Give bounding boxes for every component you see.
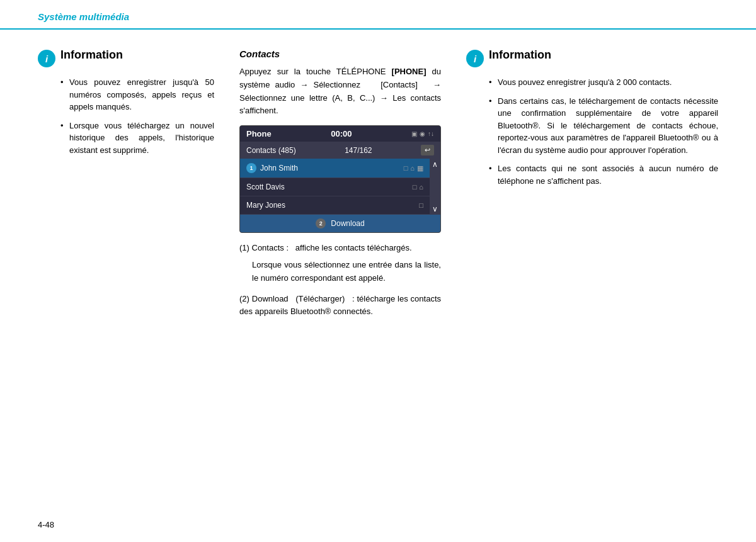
list-item: Vous pouvez enregistrer jusqu'à 50 numér…: [60, 76, 214, 113]
phone-contacts-area: 1 John Smith □ ⌂ ▦ Scott Davis: [240, 159, 440, 215]
phone-contacts-list: 1 John Smith □ ⌂ ▦ Scott Davis: [240, 159, 430, 215]
list-item-1: (1) Contacts : affiche les contacts télé…: [239, 242, 441, 285]
item-2-label: (2) Download (Télécharger) : télécharge …: [239, 294, 441, 317]
list-item-2: (2) Download (Télécharger) : télécharge …: [239, 293, 441, 319]
contact-name-1: 1 John Smith: [246, 163, 298, 173]
scroll-controls: ∧ ∨: [430, 159, 440, 215]
contact-name-2: Scott Davis: [246, 183, 285, 191]
contact-icons-3: □: [419, 201, 423, 209]
home-icon: ⌂: [410, 164, 415, 172]
contact-number-badge: 1: [246, 163, 256, 173]
page-number: 4-48: [38, 520, 54, 529]
contacts-label: Contacts (485): [246, 146, 296, 155]
list-item: Dans certains cas, le téléchargement de …: [489, 95, 718, 157]
contacts-description: Appuyez sur la touche TÉLÉPHONE [PHONE] …: [239, 65, 441, 118]
download-number-badge: 2: [316, 218, 326, 229]
left-info-icon: i: [38, 50, 55, 67]
contacts-count: 147/162: [345, 146, 372, 155]
page-footer: 4-48: [38, 520, 54, 529]
list-item: Vous pouvez enregistrer jusqu'à 2 000 co…: [489, 76, 718, 89]
phone-ui: Phone 00:00 ▣ ◉ ↑↓ Contacts (485) 147/16…: [239, 125, 441, 233]
left-info-box: i Information: [38, 48, 214, 67]
right-column: i Information Vous pouvez enregistrer ju…: [466, 48, 718, 326]
back-button[interactable]: ↩: [421, 145, 434, 155]
left-column: i Information Vous pouvez enregistrer ju…: [38, 48, 214, 326]
phone-download-bar: 2 Download: [240, 215, 440, 232]
phone-status-icons: ▣ ◉ ↑↓: [411, 130, 434, 137]
scroll-up-icon[interactable]: ∧: [432, 160, 438, 169]
contact-name-3: Mary Jones: [246, 201, 285, 210]
left-info-title: Information: [60, 48, 123, 62]
phone-label: Phone: [246, 129, 272, 138]
contacts-title: Contacts: [239, 48, 441, 59]
home-icon: ⌂: [419, 183, 423, 191]
item-1-subtext: Lorsque vous sélectionnez une entrée dan…: [252, 259, 441, 285]
scroll-down-icon[interactable]: ∨: [432, 205, 438, 213]
network-icon: ↑↓: [428, 130, 434, 137]
page-header: Système multimédia: [0, 0, 756, 30]
main-content: i Information Vous pouvez enregistrer ju…: [0, 48, 756, 326]
phone-header-bar: Phone 00:00 ▣ ◉ ↑↓: [240, 126, 440, 142]
contacts-explanations: (1) Contacts : affiche les contacts télé…: [239, 242, 441, 319]
left-info-list: Vous pouvez enregistrer jusqu'à 50 numér…: [60, 76, 214, 156]
signal-icon: ◉: [420, 130, 425, 137]
phone-contacts-bar: Contacts (485) 147/162 ↩: [240, 142, 440, 159]
contact-icons-2: □ ⌂: [413, 183, 423, 191]
page-title: Système multimédia: [38, 11, 129, 22]
right-info-list: Vous pouvez enregistrer jusqu'à 2 000 co…: [489, 76, 718, 187]
download-label: Download: [331, 219, 364, 228]
right-info-icon: i: [466, 50, 484, 67]
middle-column: Contacts Appuyez sur la touche TÉLÉPHONE…: [239, 48, 441, 326]
list-item: Lorsque vous téléchargez un nouvel histo…: [60, 120, 214, 157]
right-info-box: i Information: [466, 48, 718, 67]
phone-icon: □: [413, 183, 417, 191]
phone-icon: □: [419, 201, 423, 209]
phone-time: 00:00: [331, 129, 352, 138]
contact-row-1[interactable]: 1 John Smith □ ⌂ ▦: [240, 159, 430, 178]
contact-icons-1: □ ⌂ ▦: [404, 164, 423, 172]
office-icon: ▦: [417, 164, 423, 172]
phone-icon: □: [404, 164, 408, 172]
item-1-label: (1) Contacts : affiche les contacts télé…: [239, 243, 412, 252]
contact-row-3[interactable]: Mary Jones □: [240, 196, 430, 215]
battery-icon: ▣: [411, 130, 417, 137]
list-item: Les contacts qui ne sont associés à aucu…: [489, 162, 718, 187]
contact-row-2[interactable]: Scott Davis □ ⌂: [240, 178, 430, 196]
right-info-title: Information: [489, 48, 551, 62]
